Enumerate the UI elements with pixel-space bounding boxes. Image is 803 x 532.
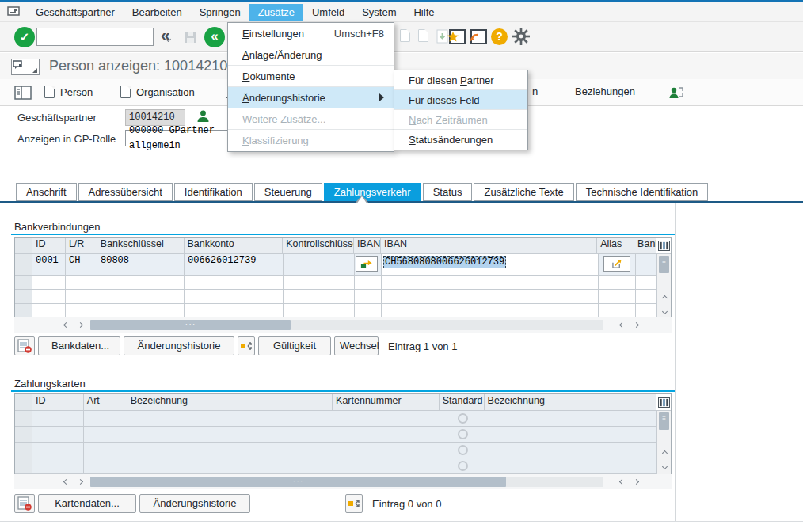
locator-toggle-button[interactable] <box>11 84 35 101</box>
menu-bearbeiten[interactable]: Bearbeiten <box>124 4 191 21</box>
table-configuration-button[interactable] <box>656 394 671 411</box>
tab-technische-identifikation[interactable]: Technische Identifikation <box>576 183 709 201</box>
beziehungen-button[interactable]: Beziehungen <box>572 84 638 99</box>
cards-horizontal-scrollbar[interactable]: ··· <box>14 474 672 489</box>
standard-radio[interactable] <box>458 445 468 455</box>
scrollbar-track[interactable]: ··· <box>90 320 603 330</box>
row-selector[interactable] <box>15 290 32 304</box>
scrollbar-thumb[interactable]: ≡ <box>659 412 669 430</box>
gueltigkeit-button[interactable]: Gültigkeit <box>258 336 331 355</box>
row-selector[interactable] <box>15 254 32 276</box>
gui-services-button[interactable] <box>11 59 40 75</box>
standard-radio[interactable] <box>458 413 468 424</box>
scrollbar-thumb[interactable]: ··· <box>90 320 291 330</box>
scrollbar-thumb[interactable]: ··· <box>90 477 506 487</box>
menu-springen[interactable]: Springen <box>191 4 249 21</box>
submenu-item-fuer-dieses-feld[interactable]: Für dieses Feld <box>394 90 527 110</box>
cards-vertical-scrollbar[interactable]: ≡ <box>656 411 671 474</box>
row-selector[interactable] <box>15 458 32 474</box>
menu-item-aenderungshistorie[interactable]: Änderungshistorie <box>228 87 394 108</box>
person-button[interactable]: Person <box>41 84 96 100</box>
menu-zusaetze[interactable]: Zusätze <box>249 4 303 21</box>
scrollbar-thumb[interactable]: ≡ <box>659 256 669 273</box>
scroll-left-button[interactable] <box>615 318 629 332</box>
kartendaten-button[interactable]: Kartendaten... <box>38 494 136 513</box>
back-button[interactable]: « <box>161 25 169 44</box>
bank-horizontal-scrollbar[interactable]: ··· <box>14 317 672 332</box>
scroll-right-button[interactable] <box>629 475 643 488</box>
menu-umfeld[interactable]: Umfeld <box>303 4 353 21</box>
find-page-icon-disabled <box>418 29 428 42</box>
scroll-down-button[interactable] <box>657 305 672 318</box>
cell-id[interactable]: 0001 <box>32 254 66 276</box>
bank-aenderungshistorie-button[interactable]: Änderungshistorie <box>124 336 234 355</box>
obscured-button-fragment[interactable]: n <box>529 84 541 99</box>
tab-status[interactable]: Status <box>423 183 473 201</box>
delete-card-entry-button[interactable] <box>14 494 35 513</box>
scroll-right-button[interactable] <box>73 318 87 332</box>
iban-detail-button[interactable] <box>356 256 378 272</box>
bankdaten-button[interactable]: Bankdaten... <box>38 336 120 355</box>
row-selector[interactable] <box>15 276 32 290</box>
table-settings-icon <box>658 241 670 251</box>
row-selector[interactable] <box>15 427 32 443</box>
cell-lr[interactable]: CH <box>66 254 97 276</box>
cell-kontrollschluessel[interactable] <box>284 254 355 276</box>
grid-cell <box>599 290 636 304</box>
command-field[interactable] <box>36 28 154 46</box>
command-input[interactable] <box>37 28 166 45</box>
settings-gear-icon[interactable] <box>512 28 530 48</box>
bank-entries-indicator[interactable] <box>238 336 255 355</box>
cards-aenderungshistorie-button[interactable]: Änderungshistorie <box>139 494 250 513</box>
submenu-item-fuer-diesen-partner[interactable]: Für diesen Partner <box>394 70 527 90</box>
enter-button[interactable]: ✓ <box>14 27 35 48</box>
favorites-window-icon[interactable] <box>449 29 466 44</box>
dropdown-corner-icon[interactable] <box>32 68 37 73</box>
menu-geschaeftspartner[interactable]: Geschäftspartner <box>27 4 124 21</box>
scroll-left-button[interactable] <box>59 318 73 332</box>
tab-identifikation[interactable]: Identifikation <box>174 183 253 201</box>
tab-zahlungsverkehr[interactable]: Zahlungsverkehr <box>324 183 421 201</box>
menu-item-anlage-aenderung[interactable]: Anlage/Änderung <box>228 44 394 66</box>
organisation-button[interactable]: Organisation <box>117 84 198 100</box>
scroll-down-button[interactable] <box>657 460 672 473</box>
wechsel-button[interactable]: Wechsel <box>334 336 379 355</box>
partner-switch-button[interactable] <box>665 84 687 101</box>
scroll-up-button[interactable] <box>657 446 672 460</box>
alias-create-button[interactable] <box>603 256 630 272</box>
menu-item-dokumente[interactable]: Dokumente <box>228 66 394 87</box>
table-configuration-button[interactable] <box>656 238 671 254</box>
delete-bank-entry-button[interactable] <box>14 336 35 355</box>
standard-radio[interactable] <box>458 429 468 439</box>
submenu-item-statusaenderungen[interactable]: Statusänderungen <box>394 130 527 150</box>
tab-steuerung[interactable]: Steuerung <box>254 183 322 201</box>
scroll-up-button[interactable] <box>657 291 672 305</box>
scrollbar-track[interactable]: ··· <box>90 477 603 487</box>
card-row-empty <box>15 458 671 474</box>
cell-bank[interactable] <box>636 254 658 276</box>
tab-adressuebersicht[interactable]: Adressübersicht <box>78 183 173 201</box>
tab-anschrift[interactable]: Anschrift <box>16 183 77 201</box>
row-selector[interactable] <box>15 443 32 458</box>
row-selector[interactable] <box>15 411 32 427</box>
scroll-right-button[interactable] <box>629 318 643 332</box>
scroll-left-button[interactable] <box>615 475 629 488</box>
cell-iban-input[interactable]: CH5680808006626012739 <box>382 254 599 276</box>
standard-radio[interactable] <box>458 461 468 471</box>
cell-bankschluessel[interactable]: 80808 <box>97 254 185 276</box>
shortcut-window-icon[interactable] <box>470 29 487 44</box>
bank-vertical-scrollbar[interactable]: ≡ <box>656 254 671 319</box>
cards-table: ID Art Bezeichnung Kartennummer Standard… <box>14 393 672 475</box>
cell-bankkonto[interactable]: 006626012739 <box>185 254 284 276</box>
exit-button[interactable]: « <box>204 27 225 48</box>
menu-hilfe[interactable]: Hilfe <box>405 4 443 21</box>
menu-system[interactable]: System <box>353 4 405 21</box>
help-button[interactable]: ? <box>491 28 508 45</box>
tab-zusaetzliche-texte[interactable]: Zusätzliche Texte <box>474 183 573 201</box>
check-icon: ✓ <box>20 30 30 44</box>
system-menu-icon[interactable] <box>0 5 27 19</box>
scroll-left-button[interactable] <box>59 475 73 488</box>
scroll-right-button[interactable] <box>73 475 87 488</box>
cards-entries-indicator[interactable] <box>345 494 363 513</box>
menu-item-einstellungen[interactable]: Einstellungen Umsch+F8 <box>228 23 394 44</box>
